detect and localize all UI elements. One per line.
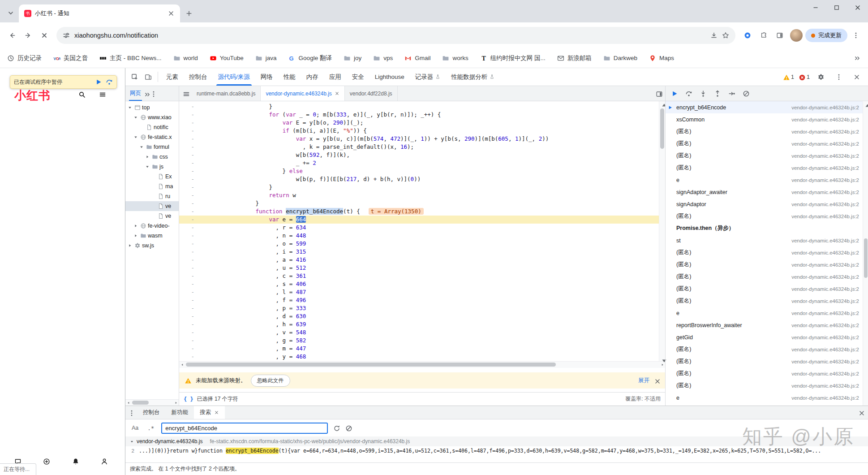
refresh-search-button[interactable] [333, 425, 340, 432]
code-line[interactable]: - function encrypt_b64Encode(t) { t = Ar… [179, 207, 659, 216]
bookmark-item[interactable]: 新浪邮箱 [557, 54, 592, 62]
callstack-frame[interactable]: getGidvendor-dynamic.e46324b.js:2 [666, 331, 863, 343]
line-gutter[interactable]: - [179, 320, 202, 328]
callstack-frame[interactable]: (匿名)vendor-dynamic.e46324b.js:2 [666, 246, 863, 259]
line-gutter[interactable]: - [179, 127, 202, 135]
regex-toggle[interactable]: .* [146, 424, 156, 432]
step-over-toast-button[interactable] [106, 78, 113, 86]
callstack-frame[interactable]: (匿名)vendor-dynamic.e46324b.js:2 [666, 355, 863, 367]
drawer-tab[interactable]: 控制台 [137, 406, 166, 419]
devtools-tab[interactable]: 控制台 [184, 68, 213, 86]
callstack-scrollbar[interactable] [863, 102, 868, 406]
tree-item[interactable]: sw.js [125, 241, 179, 250]
update-chrome-button[interactable]: 完成更新 [805, 29, 847, 42]
line-gutter[interactable]: - [179, 288, 202, 296]
callstack-frame[interactable]: (匿名)vendor-dynamic.e46324b.js:2 [666, 271, 863, 283]
xiaohongshu-logo[interactable]: 小红书 [14, 88, 51, 104]
editor-tab-list-button[interactable] [179, 86, 192, 101]
code-line[interactable]: - , v = 548 [179, 328, 659, 337]
download-icon[interactable] [710, 32, 718, 39]
line-gutter[interactable]: - [179, 207, 202, 216]
line-gutter[interactable]: - [179, 151, 202, 159]
code-lines[interactable]: - }- for (var _ = 0; m[b(333, e)](_, y[b… [179, 101, 659, 361]
bookmark-item[interactable]: T纽约时报中文网 国... [480, 54, 546, 62]
editor-tab[interactable]: runtime-main.dca8ebb.js [192, 86, 261, 101]
devtools-tab[interactable]: 安全 [347, 68, 370, 86]
tree-horizontal-scrollbar[interactable] [125, 399, 179, 406]
code-line[interactable]: - , m = 447 [179, 345, 659, 353]
line-gutter[interactable]: - [179, 240, 202, 248]
callstack-frame[interactable]: (匿名)vendor-dynamic.e46324b.js:2 [666, 138, 863, 150]
notifications-button[interactable] [72, 458, 82, 468]
code-line[interactable]: - w[b(p, f)](E[b(217, d) + b(h, v)](0)) [179, 175, 659, 183]
disclosure-down-icon[interactable] [130, 440, 134, 444]
line-gutter[interactable]: - [179, 272, 202, 280]
bookmark-item[interactable]: works [442, 55, 468, 62]
code-line[interactable]: - var x = y[b(u, c)](m[b(574, 472)](_, 1… [179, 135, 659, 143]
scroll-thumb[interactable] [660, 108, 664, 149]
clear-search-button[interactable] [345, 425, 352, 432]
code-line[interactable]: - , i = 315 [179, 248, 659, 256]
editor-vertical-scrollbar[interactable] [659, 101, 665, 361]
bookmark-item[interactable]: Gmail [404, 55, 430, 62]
scroll-thumb[interactable] [864, 238, 868, 278]
drawer-menu-button[interactable] [125, 406, 137, 419]
inspect-element-button[interactable] [128, 70, 142, 84]
disclosure-down-icon[interactable] [133, 135, 138, 139]
line-gutter[interactable]: - [179, 199, 202, 207]
line-gutter[interactable]: - [179, 337, 202, 345]
tree-item[interactable]: fe-static.x [125, 132, 179, 142]
execution-line[interactable]: - var e = 664 [179, 216, 659, 224]
step-out-button[interactable] [714, 90, 721, 97]
line-gutter[interactable]: - [179, 216, 202, 224]
scroll-up-icon[interactable] [659, 102, 665, 105]
maximize-button[interactable] [826, 0, 847, 15]
tree-item[interactable]: formul [125, 142, 179, 152]
tree-item[interactable]: Ex [125, 172, 179, 181]
devtools-tab[interactable]: 内存 [301, 68, 324, 86]
step-button[interactable] [728, 90, 735, 97]
step-over-button[interactable] [685, 90, 692, 97]
drawer-tab[interactable]: 搜索 [194, 406, 225, 419]
scroll-down-icon[interactable] [659, 357, 665, 361]
line-gutter[interactable]: - [179, 232, 202, 240]
disclosure-right-icon[interactable] [133, 224, 138, 228]
disclosure-down-icon[interactable] [133, 115, 138, 120]
scroll-thumb[interactable] [132, 401, 149, 405]
callstack-frame[interactable]: signAdaptor_awaitervendor-dynamic.e46324… [666, 186, 863, 198]
line-gutter[interactable]: - [179, 183, 202, 191]
line-gutter[interactable]: - [179, 248, 202, 256]
code-line[interactable]: - _ += 2 [179, 159, 659, 167]
devtools-tab[interactable]: 记录器 [410, 68, 446, 86]
scroll-thumb[interactable] [186, 363, 556, 367]
scroll-up-icon[interactable] [863, 102, 868, 106]
warnings-badge[interactable]: 1 [783, 74, 794, 80]
stop-button[interactable] [37, 28, 52, 43]
scroll-left-icon[interactable] [179, 363, 185, 367]
line-gutter[interactable]: - [179, 135, 202, 143]
profile-avatar[interactable] [790, 29, 803, 42]
profile-button[interactable] [101, 458, 111, 468]
search-result-file-row[interactable]: vendor-dynamic.e46324b.js fe-static.xhsc… [125, 436, 868, 446]
bookmark-star-icon[interactable] [722, 32, 729, 39]
bookmark-item[interactable]: vps [373, 55, 393, 62]
navigator-tab-page[interactable]: 网页 [128, 86, 143, 101]
devtools-tab[interactable]: 性能 [278, 68, 301, 86]
code-line[interactable]: - } else [179, 167, 659, 175]
callstack-frame[interactable]: encrypt_b64Encodevendor-dynamic.e46324b.… [666, 101, 863, 113]
code-line[interactable]: - , g = 582 [179, 337, 659, 345]
tab-close-icon[interactable] [335, 91, 339, 96]
callstack-frame[interactable]: (匿名)vendor-dynamic.e46324b.js:2 [666, 367, 863, 380]
line-gutter[interactable]: - [179, 175, 202, 183]
callstack-frame[interactable]: evendor-dynamic.e46324b.js:2 [666, 174, 863, 186]
tree-item[interactable]: top [125, 103, 179, 112]
scroll-right-icon[interactable] [173, 401, 179, 405]
new-tab-button[interactable] [184, 8, 194, 19]
code-line[interactable]: - w[b(592, f)](k), [179, 151, 659, 159]
editor-tab[interactable]: vendor-dynamic.e46324b.js [261, 86, 344, 101]
tab-close-icon[interactable] [166, 8, 176, 19]
code-line[interactable]: - return w [179, 191, 659, 199]
bookmark-item[interactable]: GGoogle 翻译 [288, 54, 332, 62]
callstack-frame[interactable]: reportBroswerInfo_awaitervendor-dynamic.… [666, 319, 863, 331]
line-gutter[interactable]: - [179, 111, 202, 119]
